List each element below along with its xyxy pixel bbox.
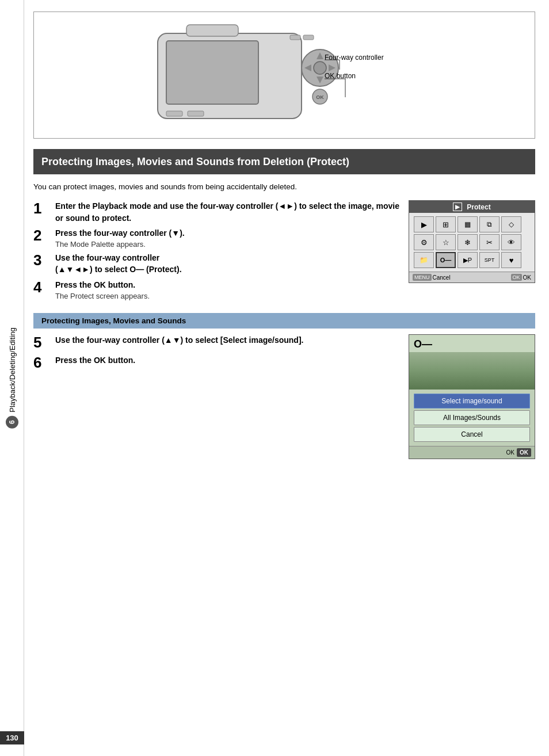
menu-item-all[interactable]: All Images/Sounds (414, 410, 530, 425)
callout-four-way: Four-way controller (325, 54, 384, 62)
step-4-desc: The Protect screen appears. (55, 292, 399, 300)
steps-left: 1 Enter the Playback mode and use the fo… (33, 200, 399, 304)
select-screen: O— Select image/sound All Images/Sounds … (409, 334, 535, 459)
icon-eye: 👁 (501, 234, 521, 250)
svg-rect-14 (188, 111, 204, 116)
step-5-number: 5 (33, 334, 55, 351)
menu-box: MENU (413, 274, 432, 281)
svg-rect-2 (166, 41, 258, 104)
protect-screen: ▶ Protect ▶ ⊞ ▦ ⧉ ◇ ⚙ ☆ (409, 200, 535, 283)
sidebar: 6 Playback/Deleting/Editing 130 (0, 0, 24, 756)
step-1-number: 1 (33, 200, 55, 224)
select-ok-text: OK (506, 449, 514, 456)
step-4-title: Press the OK button. (55, 279, 399, 291)
icon-folder: 📁 (414, 252, 434, 268)
svg-rect-11 (290, 35, 300, 40)
step-1-title: Enter the Playback mode and use the four… (55, 200, 399, 224)
protect-play-icon: ▶ (453, 203, 462, 211)
svg-text:OK: OK (316, 94, 324, 100)
icon-gear: ⚙ (414, 234, 434, 250)
section-heading: Protecting Images, Movies and Sounds fro… (33, 149, 535, 174)
protect-title-text: Protect (467, 203, 490, 211)
step-6-content: Press the OK button. (55, 354, 399, 371)
icon-diamond: ◇ (501, 216, 521, 232)
step-1-content: Enter the Playback mode and use the four… (55, 200, 399, 224)
select-screen-mockup: O— Select image/sound All Images/Sounds … (409, 334, 535, 459)
icon-spt: SPT (479, 252, 500, 268)
step-4-content: Press the OK button. The Protect screen … (55, 279, 399, 300)
protect-row-1: ▶ ⊞ ▦ ⧉ ◇ (414, 216, 530, 232)
protect-ok-label: OK OK (511, 274, 531, 281)
icon-scissors: ✂ (479, 234, 500, 250)
step-4-row: 4 Press the OK button. The Protect scree… (33, 279, 399, 300)
ok-box: OK (511, 274, 522, 281)
step-2-number: 2 (33, 227, 55, 249)
step-3-title: Use the four-way controller(▲▼◄►) to sel… (55, 252, 399, 276)
page-number: 130 (0, 731, 24, 744)
step-2-desc: The Mode Palette appears. (55, 240, 399, 249)
callout-ok-button: OK button (325, 72, 356, 80)
icon-dpof: ▶P (458, 252, 478, 268)
protect-icons-area: ▶ ⊞ ▦ ⧉ ◇ ⚙ ☆ ❄ ✂ 👁 (409, 213, 535, 272)
icon-grid3: ⧉ (479, 216, 500, 232)
step-3-row: 3 Use the four-way controller(▲▼◄►) to s… (33, 252, 399, 276)
icon-heart: ♥ (501, 252, 521, 268)
svg-rect-12 (303, 35, 314, 40)
protect-row-3: 📁 O— ▶P SPT ♥ (414, 252, 530, 268)
menu-item-cancel[interactable]: Cancel (414, 427, 530, 442)
step-2-row: 2 Press the four-way controller (▼). The… (33, 227, 399, 249)
select-bottom-bar: OK OK (409, 446, 535, 459)
step-6-title: Press the OK button. (55, 354, 399, 366)
icon-play: ▶ (414, 216, 434, 232)
protect-cancel-label: MENU Cancel (413, 274, 451, 281)
step-3-number: 3 (33, 252, 55, 276)
icon-protect-key: O— (436, 252, 456, 268)
select-menu-list: Select image/sound All Images/Sounds Can… (409, 390, 535, 446)
step-5-content: Use the four-way controller (▲▼) to sele… (55, 334, 399, 351)
chapter-label: 6 Playback/Deleting/Editing (6, 327, 18, 428)
step-4-number: 4 (33, 279, 55, 300)
step-5-row: 5 Use the four-way controller (▲▼) to se… (33, 334, 399, 351)
svg-rect-1 (186, 25, 238, 36)
protect-screen-mockup: ▶ Protect ▶ ⊞ ▦ ⧉ ◇ ⚙ ☆ (409, 200, 535, 304)
protect-bottom-bar: MENU Cancel OK OK (409, 272, 535, 282)
protect-title-bar: ▶ Protect (409, 201, 535, 213)
select-top-area: O— (409, 335, 535, 352)
step-6-row: 6 Press the OK button. (33, 354, 399, 371)
intro-text: You can protect images, movies and sound… (33, 181, 535, 193)
camera-diagram-box: OK Four-way controller OK button (33, 12, 535, 139)
select-ok-box: OK (517, 448, 531, 457)
icon-grid1: ⊞ (436, 216, 456, 232)
step-6-number: 6 (33, 354, 55, 371)
lock-icon: O— (414, 338, 432, 350)
steps56-left: 5 Use the four-way controller (▲▼) to se… (33, 334, 399, 459)
step-3-content: Use the four-way controller(▲▼◄►) to sel… (55, 252, 399, 276)
main-content: OK Four-way controller OK button (24, 0, 549, 756)
icon-grid2: ▦ (458, 216, 478, 232)
chapter-number: 6 (6, 416, 18, 429)
step-5-title: Use the four-way controller (▲▼) to sele… (55, 334, 399, 346)
svg-rect-13 (166, 111, 182, 116)
menu-item-select[interactable]: Select image/sound (414, 394, 530, 408)
sub-section-heading: Protecting Images, Movies and Sounds (33, 313, 535, 329)
step-1-row: 1 Enter the Playback mode and use the fo… (33, 200, 399, 224)
camera-illustration: OK (140, 19, 353, 125)
steps-1-4-panel: 1 Enter the Playback mode and use the fo… (33, 200, 535, 304)
step-2-title: Press the four-way controller (▼). (55, 227, 399, 239)
icon-star: ☆ (436, 234, 456, 250)
steps-5-6-row: 5 Use the four-way controller (▲▼) to se… (33, 334, 535, 459)
step-2-content: Press the four-way controller (▼). The M… (55, 227, 399, 249)
icon-snowflake: ❄ (458, 234, 478, 250)
select-background-photo (409, 352, 535, 390)
protect-row-2: ⚙ ☆ ❄ ✂ 👁 (414, 234, 530, 250)
